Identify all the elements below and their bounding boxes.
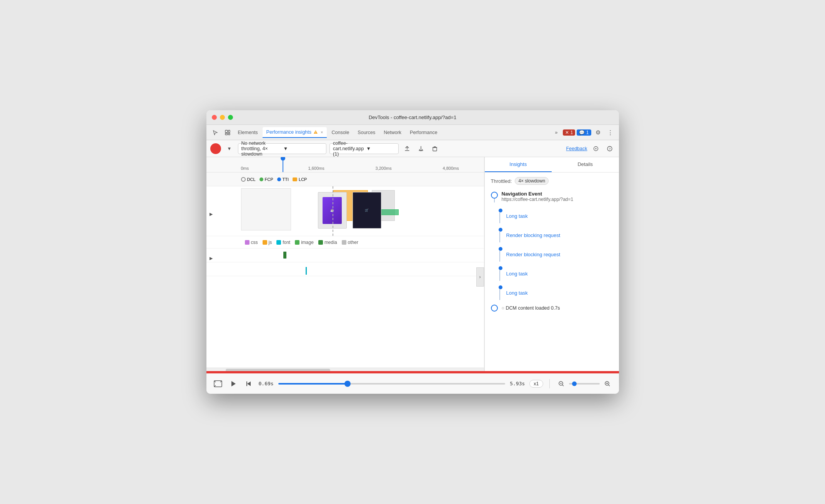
minimize-button[interactable] (220, 115, 225, 120)
time-1600ms: 1,600ms (308, 166, 324, 171)
tabbar: Elements Performance insights ! × Consol… (206, 125, 619, 140)
tab-network[interactable]: Network (380, 127, 405, 138)
message-badge: 💬 1 (577, 129, 591, 136)
tab-elements[interactable]: Elements (234, 127, 262, 138)
tab-performance[interactable]: Performance (406, 127, 441, 138)
tab-insights[interactable]: Insights (485, 157, 552, 172)
zoom-out-button[interactable] (556, 378, 567, 389)
tl-dot-4 (499, 285, 502, 289)
metrics-row: DCL FCP TTI LCP (206, 172, 484, 186)
cursor-icon[interactable] (210, 127, 221, 138)
maximize-button[interactable] (228, 115, 233, 120)
nav-circle (491, 192, 498, 199)
timeline-cursor (283, 157, 283, 172)
screenshots-row: ▶ ☕ (206, 186, 484, 236)
svg-rect-16 (246, 381, 247, 386)
tti-dot (277, 177, 281, 181)
dom-event: ○ DCM content loaded 0.7s (491, 305, 613, 312)
right-expand-arrow[interactable]: › (476, 267, 484, 287)
delete-icon[interactable] (429, 143, 440, 154)
tabbar-right: » ✕ 1 💬 1 ⚙ ⋮ (551, 127, 615, 138)
cursor-head (281, 157, 285, 161)
captions-toggle-button[interactable] (213, 378, 223, 389)
legend-font: font (276, 240, 290, 245)
svg-rect-0 (225, 130, 228, 133)
download-icon[interactable] (416, 143, 426, 154)
tl-line-4 (499, 289, 500, 300)
render-blocking-link-1[interactable]: Render blocking request (506, 232, 561, 238)
net-bar-cyan (306, 267, 307, 275)
network-throttle-select[interactable]: No network throttling, 4× slowdown ▼ (238, 143, 327, 154)
speed-badge[interactable]: x1 (529, 380, 543, 388)
long-task-link-1[interactable]: Long task (506, 213, 528, 219)
play-button[interactable] (228, 378, 239, 389)
timeline-item-4: Long task (497, 285, 613, 300)
tab-close-icon[interactable]: × (321, 130, 323, 134)
right-tabs: Insights Details (485, 157, 619, 172)
svg-text:?: ? (609, 147, 610, 151)
scrollbar-area (206, 368, 484, 372)
media-color (318, 240, 323, 245)
svg-line-19 (562, 385, 564, 386)
scrollbar-thumb[interactable] (226, 369, 330, 372)
other-color (342, 240, 346, 245)
right-content: Throttled: 4× slowdown Navigation Event … (485, 172, 619, 372)
row-expand-arrow[interactable]: ▶ (208, 211, 214, 217)
font-color (276, 240, 281, 245)
bottom-controls: 0.69s 5.93s x1 (206, 372, 619, 394)
long-task-link-2[interactable]: Long task (506, 271, 528, 277)
long-task-link-3[interactable]: Long task (506, 290, 528, 296)
feedback-link[interactable]: Feedback (566, 146, 587, 151)
record-button[interactable] (210, 143, 221, 154)
upload-icon[interactable] (402, 143, 412, 154)
more-tabs-button[interactable]: » (551, 127, 561, 138)
svg-text:!: ! (315, 131, 316, 134)
tl-line-3 (499, 270, 500, 281)
more-options-icon[interactable]: ⋮ (605, 127, 616, 138)
network-row-1: ▶ (206, 249, 484, 262)
right-panel: Insights Details Throttled: 4× slowdown (484, 157, 619, 372)
tl-line-0 (499, 212, 500, 223)
close-button[interactable] (212, 115, 217, 120)
record-dropdown-icon[interactable]: ▼ (224, 143, 235, 154)
dom-circle (491, 305, 498, 312)
nav-event-url: https://coffee-cart.netlify.app/?ad=1 (502, 197, 574, 202)
legend-row: css js font (206, 236, 484, 249)
inspect-icon[interactable] (222, 127, 233, 138)
settings2-icon[interactable] (590, 143, 601, 154)
time-ruler: 0ms 1,600ms 3,200ms 4,800ms (206, 157, 484, 172)
render-blocking-link-2[interactable]: Render blocking request (506, 252, 561, 257)
start-time-label: 0.69s (259, 381, 274, 386)
tab-console[interactable]: Console (328, 127, 353, 138)
divider (549, 379, 550, 388)
url-select[interactable]: coffee-cart.netlify.app (1) ▼ (329, 143, 399, 154)
frame-empty (241, 188, 291, 230)
dcl-icon (241, 177, 246, 182)
settings-icon[interactable]: ⚙ (593, 127, 604, 138)
warning-icon: ! (313, 130, 318, 134)
skip-to-start-button[interactable] (243, 378, 254, 389)
legend-js: js (263, 240, 272, 245)
help-icon[interactable]: ? (604, 143, 615, 154)
row-arrow-1[interactable]: ▶ (208, 255, 214, 262)
tab-sources[interactable]: Sources (354, 127, 379, 138)
js-color (263, 240, 267, 245)
timeline-item-1: Render blocking request (497, 228, 613, 242)
tl-dot-2 (499, 247, 502, 251)
network-row-2 (206, 262, 484, 276)
tab-details[interactable]: Details (552, 157, 619, 172)
time-scrubber[interactable] (278, 383, 506, 385)
zoom-in-button[interactable] (602, 378, 613, 389)
tab-performance-insights[interactable]: Performance insights ! × (263, 127, 327, 138)
devtools-window: DevTools - coffee-cart.netlify.app/?ad=1… (206, 110, 619, 394)
svg-rect-2 (228, 130, 230, 133)
svg-point-7 (595, 148, 596, 149)
time-3200ms: 3,200ms (376, 166, 392, 171)
time-4800ms: 4,800ms (443, 166, 459, 171)
timeline-items-container: Long task Render blocking request (491, 209, 613, 300)
svg-line-23 (609, 385, 610, 386)
thumb-2: 🛒 (353, 192, 381, 229)
timeline-panel: 0ms 1,600ms 3,200ms 4,800ms DCL FCP (206, 157, 484, 372)
nav-event-content: Navigation Event https://coffee-cart.net… (502, 191, 574, 202)
tl-dot-3 (499, 266, 502, 270)
